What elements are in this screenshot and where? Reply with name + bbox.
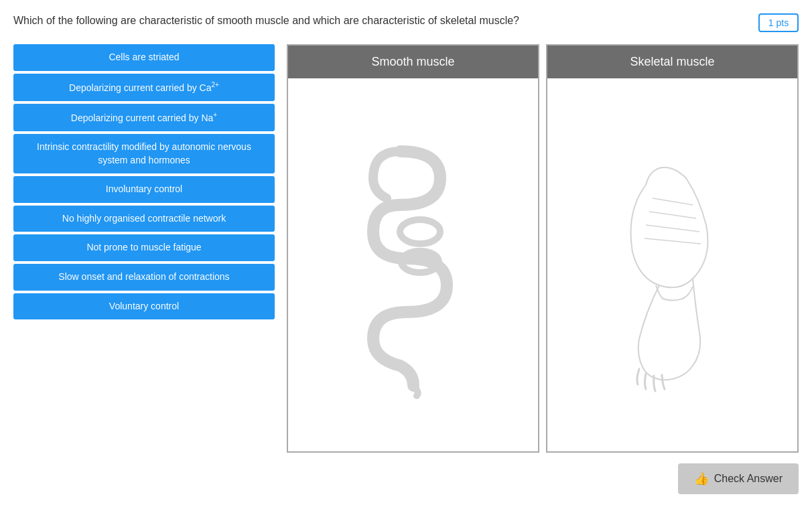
drag-item-item-slow-onset[interactable]: Slow onset and relaxation of contraction…: [13, 264, 275, 291]
drag-item-item-depol-ca[interactable]: Depolarizing current carried by Ca2+: [13, 74, 275, 101]
svg-line-3: [649, 212, 696, 218]
smooth-muscle-illustration: [346, 131, 480, 399]
drop-zones: Smooth muscle Skeletal muscle: [287, 44, 799, 453]
smooth-muscle-header: Smooth muscle: [288, 46, 538, 78]
pts-badge: 1 pts: [758, 13, 799, 32]
drag-item-item-striated[interactable]: Cells are striated: [13, 44, 275, 71]
items-column: Cells are striatedDepolarizing current c…: [13, 44, 275, 319]
skeletal-muscle-body: [547, 78, 797, 451]
drag-item-item-intrinsic[interactable]: Intrinsic contractility modified by auto…: [13, 134, 275, 173]
skeletal-muscle-zone[interactable]: Skeletal muscle: [546, 44, 799, 453]
check-answer-button[interactable]: 👍 Check Answer: [678, 463, 799, 494]
main-content: Cells are striatedDepolarizing current c…: [13, 44, 799, 453]
svg-line-4: [646, 225, 699, 232]
page-container: Which of the following are characteristi…: [0, 0, 812, 508]
drag-item-item-involuntary[interactable]: Involuntary control: [13, 176, 275, 203]
drag-item-item-voluntary[interactable]: Voluntary control: [13, 293, 275, 320]
skeletal-muscle-header: Skeletal muscle: [547, 46, 797, 78]
svg-point-0: [400, 220, 440, 244]
header-row: Which of the following are characteristi…: [13, 13, 799, 32]
smooth-muscle-zone[interactable]: Smooth muscle: [287, 44, 539, 453]
skeletal-muscle-illustration: [606, 131, 740, 399]
drag-item-item-no-network[interactable]: No highly organised contractile network: [13, 206, 275, 232]
drag-item-item-depol-na[interactable]: Depolarizing current carried by Na+: [13, 104, 275, 131]
thumbs-up-icon: 👍: [694, 471, 709, 486]
question-text: Which of the following are characteristi…: [13, 13, 519, 28]
drag-item-item-not-prone[interactable]: Not prone to muscle fatigue: [13, 234, 275, 261]
svg-line-2: [653, 198, 693, 205]
check-answer-label: Check Answer: [714, 473, 783, 485]
smooth-muscle-body: [288, 78, 538, 451]
footer-row: 👍 Check Answer: [13, 463, 799, 494]
svg-line-5: [645, 238, 701, 244]
